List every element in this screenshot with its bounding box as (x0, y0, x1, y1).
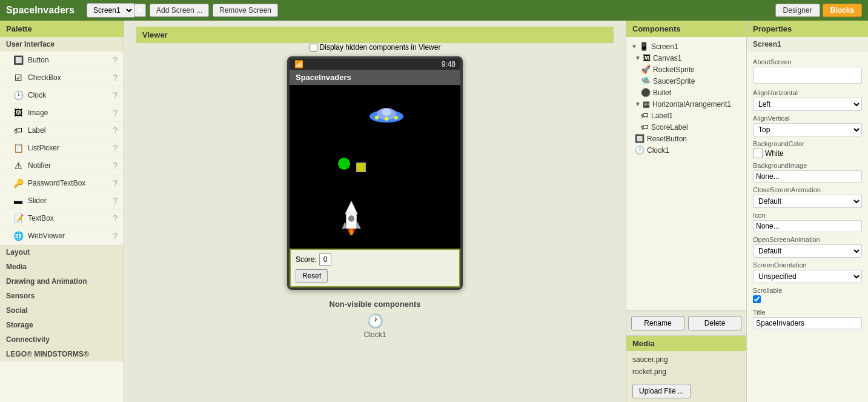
add-screen-button[interactable]: Add Screen ... (150, 4, 209, 17)
prop-bgimage-input[interactable] (753, 170, 862, 183)
section-user-interface[interactable]: User Interface (0, 37, 124, 52)
rename-button[interactable]: Rename (631, 316, 684, 330)
palette-item-listpicker[interactable]: 📋 ListPicker ? (0, 139, 124, 157)
components-header: Components (626, 21, 746, 37)
webviewer-help-icon[interactable]: ? (113, 231, 118, 241)
clock-palette-icon: 🕐 (12, 89, 24, 101)
checkbox-icon: ☑ (12, 72, 24, 84)
bgcolor-label: White (765, 149, 784, 158)
screen-dropdown[interactable]: Screen1 (87, 3, 134, 18)
palette-item-webviewer[interactable]: 🌐 WebViewer ? (0, 227, 124, 245)
button-help-icon[interactable]: ? (113, 55, 118, 65)
saucersprite-icon: 🛸 (641, 76, 651, 85)
label-help-icon[interactable]: ? (113, 126, 118, 135)
tree-saucersprite[interactable]: 🛸 SaucerSprite (629, 75, 744, 87)
reset-button[interactable]: Reset (296, 269, 328, 283)
media-list: saucer.png rocket.png (626, 351, 746, 380)
main-area: Palette User Interface 🔲 Button ? ☑ Chec… (0, 21, 868, 402)
tree-canvas1[interactable]: ▼ 🖼 Canvas1 (629, 52, 744, 64)
blocks-button[interactable]: Blocks (823, 4, 862, 17)
prop-label-alignvertical: AlignVertical (753, 115, 862, 122)
prop-title-input[interactable] (753, 317, 862, 329)
palette-item-slider[interactable]: ▬ Slider ? (0, 192, 124, 210)
image-help-icon[interactable]: ? (113, 108, 118, 118)
rocketsprite-icon: 🚀 (641, 65, 651, 74)
prop-label-scrollable: Scrollable (753, 287, 862, 294)
prop-icon-input[interactable] (753, 220, 862, 232)
tree-toggle-screen1[interactable]: ▼ (631, 43, 637, 50)
tree-bullet[interactable]: ⚫ Bullet (629, 87, 744, 98)
section-sensors[interactable]: Sensors (0, 289, 124, 303)
textbox-help-icon[interactable]: ? (113, 213, 118, 223)
palette-header: Palette (0, 21, 124, 37)
prop-label-orientation: ScreenOrientation (753, 261, 862, 269)
tree-screen1[interactable]: ▼ 📱 Screen1 (629, 41, 744, 52)
tree-toggle-canvas1[interactable]: ▼ (635, 55, 641, 61)
delete-button[interactable]: Delete (688, 316, 741, 330)
clock-help-icon[interactable]: ? (113, 90, 118, 100)
green-ball (338, 158, 350, 170)
palette-item-notifier[interactable]: ⚠ Notifier ? (0, 157, 124, 175)
score-label: Score: (296, 255, 317, 264)
section-lego[interactable]: LEGO® MINDSTORMS® (0, 347, 124, 361)
listpicker-help-icon[interactable]: ? (113, 143, 118, 153)
palette-item-label[interactable]: 🏷 Label ? (0, 122, 124, 139)
yellow-square (356, 162, 366, 172)
time-display: 9:48 (442, 60, 456, 69)
viewer-panel: Viewer Display hidden components in View… (124, 21, 626, 402)
prop-alignhorizontal-select[interactable]: Left Center Right (753, 98, 862, 111)
rocket-sprite (341, 200, 362, 236)
tree-label1[interactable]: 🏷 Label1 (629, 110, 744, 121)
non-visible-label: Non-visible components (330, 300, 421, 309)
section-social[interactable]: Social (0, 303, 124, 318)
notifier-help-icon[interactable]: ? (113, 161, 118, 170)
clock1-component: 🕐 Clock1 (330, 313, 421, 339)
phone-frame: 📶 9:48 SpaceInvaders (287, 56, 463, 290)
checkbox-help-icon[interactable]: ? (113, 73, 118, 82)
display-hidden-checkbox[interactable] (310, 44, 317, 52)
palette-item-clock[interactable]: 🕐 Clock ? (0, 87, 124, 104)
upload-file-button[interactable]: Upload File ... (632, 384, 691, 398)
tree-scorelabel[interactable]: 🏷 ScoreLabel (629, 121, 744, 133)
phone-status-bar: 📶 9:48 (290, 59, 460, 70)
media-file-rocket[interactable]: rocket.png (632, 366, 740, 378)
display-hidden-row: Display hidden components in Viewer (310, 43, 441, 52)
tree-resetbutton[interactable]: 🔲 ResetButton (629, 133, 744, 144)
prop-label-bgimage: BackgroundImage (753, 162, 862, 169)
section-layout[interactable]: Layout (0, 245, 124, 260)
screen-selector[interactable]: Screen1 ▾ (87, 3, 146, 18)
prop-label-title: Title (753, 309, 862, 316)
prop-aboutscreen-input[interactable] (753, 67, 862, 84)
prop-label-closeanim: CloseScreenAnimation (753, 186, 862, 193)
passwordtextbox-help-icon[interactable]: ? (113, 178, 118, 188)
prop-closeanim-select[interactable]: Default Fade Zoom None (753, 195, 862, 208)
section-drawing[interactable]: Drawing and Animation (0, 274, 124, 289)
tree-harrangement1[interactable]: ▼ ▦ HorizontalArrangement1 (629, 98, 744, 110)
section-connectivity[interactable]: Connectivity (0, 332, 124, 347)
screen-dropdown-arrow[interactable]: ▾ (134, 4, 146, 17)
media-file-saucer[interactable]: saucer.png (632, 353, 740, 366)
tree-toggle-harr1[interactable]: ▼ (635, 101, 641, 107)
prop-orientation-select[interactable]: Unspecified Portrait Landscape Sensor Us… (753, 270, 862, 283)
prop-label-aboutscreen: AboutScreen (753, 58, 862, 65)
palette-item-image[interactable]: 🖼 Image ? (0, 104, 124, 122)
section-storage[interactable]: Storage (0, 318, 124, 332)
designer-button[interactable]: Designer (775, 4, 820, 17)
palette-item-passwordtextbox[interactable]: 🔑 PasswordTextBox ? (0, 175, 124, 192)
textbox-icon: 📝 (12, 212, 24, 224)
remove-screen-button[interactable]: Remove Screen (213, 4, 278, 17)
harr1-icon: ▦ (643, 99, 650, 109)
slider-help-icon[interactable]: ? (113, 196, 118, 206)
tree-clock1[interactable]: 🕐 Clock1 (629, 144, 744, 156)
prop-scrollable-checkbox[interactable] (753, 295, 761, 303)
palette-item-textbox[interactable]: 📝 TextBox ? (0, 210, 124, 227)
palette-item-button[interactable]: 🔲 Button ? (0, 52, 124, 69)
bgcolor-swatch[interactable] (753, 149, 763, 158)
tree-rocketsprite[interactable]: 🚀 RocketSprite (629, 64, 744, 75)
section-media[interactable]: Media (0, 260, 124, 274)
prop-openscreenanim-select[interactable]: Default Fade Zoom None (753, 244, 862, 258)
palette-item-checkbox[interactable]: ☑ CheckBox ? (0, 69, 124, 87)
prop-alignvertical-select[interactable]: Top Center Bottom (753, 123, 862, 136)
svg-point-8 (348, 216, 354, 221)
label-palette-icon: 🏷 (12, 124, 24, 136)
